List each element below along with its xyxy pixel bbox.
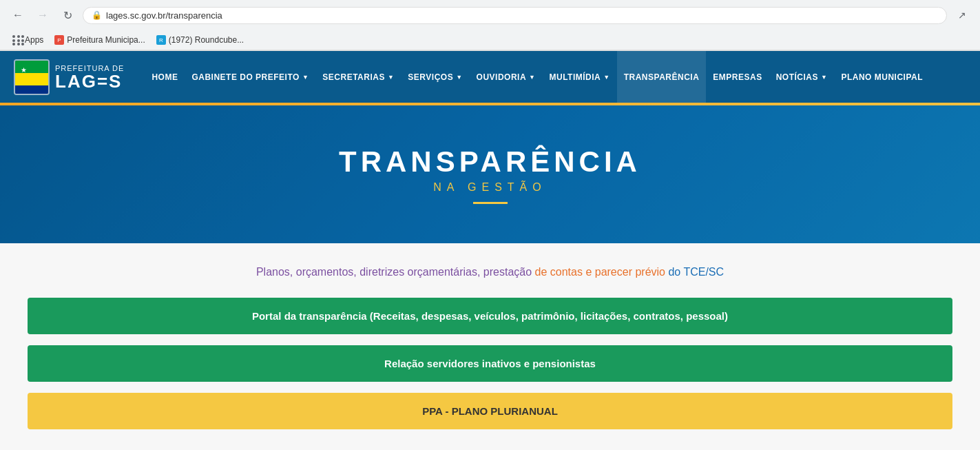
- nav-plano-municipal[interactable]: PLANO MUNICIPAL: [834, 51, 930, 103]
- nav-noticias-arrow: ▼: [821, 74, 827, 81]
- bookmark-apps[interactable]: Apps: [8, 33, 48, 47]
- nav-noticias[interactable]: NOTÍCIAS ▼: [769, 51, 835, 103]
- svg-text:P: P: [58, 37, 61, 43]
- logo-text: PREFEITURA DE LAG=S: [55, 64, 124, 90]
- site-navigation: ★ PREFEITURA DE LAG=S HOME GABINETE DO P…: [0, 51, 980, 103]
- url-text: lages.sc.gov.br/transparencia: [106, 10, 222, 21]
- nav-multimidia-arrow: ▼: [603, 74, 609, 81]
- nav-secretarias-arrow: ▼: [388, 74, 394, 81]
- bookmark-roundcube[interactable]: R (1972) Roundcube...: [152, 33, 248, 47]
- hero-line: [473, 202, 508, 204]
- site-logo[interactable]: ★ PREFEITURA DE LAG=S: [14, 59, 124, 95]
- browser-chrome: ← → ↻ 🔒 lages.sc.gov.br/transparencia ↗ …: [0, 0, 980, 51]
- nav-ouvidoria-arrow: ▼: [529, 74, 535, 81]
- relacao-servidores-button[interactable]: Relação servidores inativos e pensionist…: [28, 345, 952, 382]
- nav-home[interactable]: HOME: [145, 51, 185, 103]
- address-bar[interactable]: 🔒 lages.sc.gov.br/transparencia: [83, 7, 947, 24]
- bookmark-prefeitura-label: Prefeitura Municipa...: [67, 35, 145, 45]
- hero-title: TRANSPARÊNCIA: [339, 145, 641, 178]
- website: ★ PREFEITURA DE LAG=S HOME GABINETE DO P…: [0, 51, 980, 450]
- nav-ouvidoria[interactable]: OUVIDORIA ▼: [470, 51, 543, 103]
- bookmark-prefeitura[interactable]: P Prefeitura Municipa...: [50, 33, 149, 47]
- svg-text:R: R: [159, 37, 163, 43]
- intro-text-part3: do TCE/SC: [668, 266, 724, 278]
- logo-lages: LAG=S: [55, 72, 124, 90]
- nav-menu: HOME GABINETE DO PREFEITO ▼ SECRETARIAS …: [145, 51, 966, 103]
- lock-icon: 🔒: [92, 10, 102, 20]
- roundcube-favicon: R: [156, 35, 166, 45]
- nav-empresas[interactable]: EMPRESAS: [706, 51, 769, 103]
- content-area: Planos, orçamentos, diretrizes orçamentá…: [0, 243, 980, 450]
- hero-content: TRANSPARÊNCIA NA GESTÃO: [339, 145, 641, 204]
- apps-label: Apps: [25, 35, 43, 45]
- browser-actions: ↗: [952, 6, 972, 25]
- portal-transparencia-button[interactable]: Portal da transparência (Receitas, despe…: [28, 298, 952, 334]
- nav-multimidia[interactable]: MULTIMÍDIA ▼: [543, 51, 617, 103]
- share-button[interactable]: ↗: [952, 6, 972, 25]
- nav-servicos-arrow: ▼: [456, 74, 462, 81]
- intro-text: Planos, orçamentos, diretrizes orçamentá…: [28, 264, 952, 280]
- hero-subtitle: NA GESTÃO: [339, 181, 641, 194]
- back-button[interactable]: ←: [8, 6, 28, 25]
- nav-transparencia[interactable]: TRANSPARÊNCIA: [617, 51, 707, 103]
- flag-star-1: ★: [21, 66, 27, 74]
- browser-toolbar: ← → ↻ 🔒 lages.sc.gov.br/transparencia ↗: [0, 0, 980, 30]
- bookmarks-bar: Apps P Prefeitura Municipa... R (1972) R…: [0, 30, 980, 50]
- logo-badge: ★: [14, 59, 50, 95]
- nav-gabinete[interactable]: GABINETE DO PREFEITO ▼: [185, 51, 315, 103]
- nav-gabinete-arrow: ▼: [302, 74, 309, 81]
- refresh-button[interactable]: ↻: [58, 6, 77, 25]
- bookmark-roundcube-label: (1972) Roundcube...: [169, 35, 244, 45]
- forward-button[interactable]: →: [33, 6, 52, 25]
- apps-grid-icon: [12, 35, 22, 45]
- nav-secretarias[interactable]: SECRETARIAS ▼: [315, 51, 401, 103]
- hero-section: TRANSPARÊNCIA NA GESTÃO: [0, 105, 980, 243]
- intro-text-part1: Planos, orçamentos, diretrizes orçamentá…: [256, 266, 532, 278]
- ppa-button[interactable]: PPA - PLANO PLURIANUAL: [28, 393, 952, 429]
- intro-text-part2: de contas e parecer prévio: [535, 266, 669, 278]
- nav-servicos[interactable]: SERVIÇOS ▼: [401, 51, 469, 103]
- prefeitura-favicon: P: [54, 35, 64, 45]
